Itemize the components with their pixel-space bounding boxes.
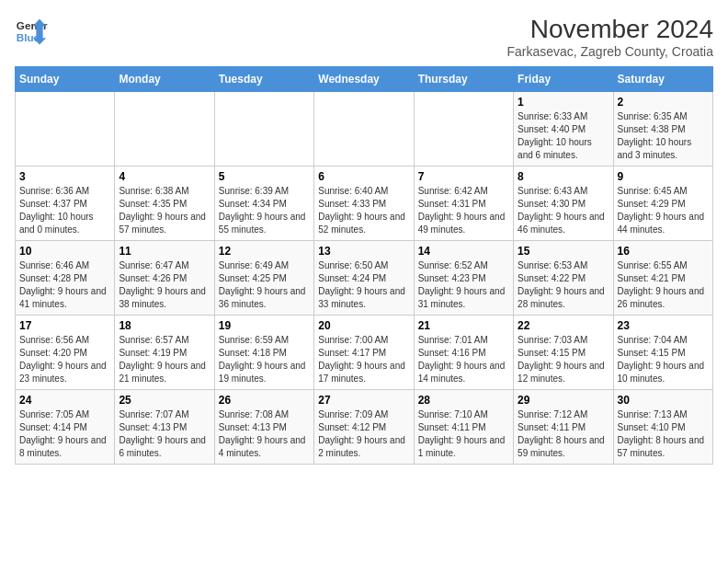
calendar-cell: 11Sunrise: 6:47 AM Sunset: 4:26 PM Dayli…: [115, 241, 214, 316]
calendar-header-row: SundayMondayTuesdayWednesdayThursdayFrid…: [16, 67, 713, 92]
day-info: Sunrise: 6:39 AM Sunset: 4:34 PM Dayligh…: [219, 185, 310, 236]
calendar-cell: 6Sunrise: 6:40 AM Sunset: 4:33 PM Daylig…: [314, 167, 414, 241]
day-number: 6: [318, 170, 409, 183]
day-info: Sunrise: 6:55 AM Sunset: 4:21 PM Dayligh…: [618, 259, 709, 311]
calendar-week-3: 17Sunrise: 6:56 AM Sunset: 4:20 PM Dayli…: [16, 316, 713, 390]
day-info: Sunrise: 6:38 AM Sunset: 4:35 PM Dayligh…: [119, 185, 210, 236]
day-number: 11: [119, 245, 210, 258]
col-header-saturday: Saturday: [613, 67, 712, 92]
day-number: 9: [618, 170, 709, 183]
day-info: Sunrise: 6:53 AM Sunset: 4:22 PM Dayligh…: [518, 259, 609, 311]
page-header: General Blue November 2024 Farkasevac, Z…: [15, 15, 713, 59]
day-info: Sunrise: 6:52 AM Sunset: 4:23 PM Dayligh…: [418, 259, 509, 311]
calendar-cell: 1Sunrise: 6:33 AM Sunset: 4:40 PM Daylig…: [514, 92, 613, 167]
calendar-cell: 2Sunrise: 6:35 AM Sunset: 4:38 PM Daylig…: [613, 92, 712, 167]
calendar-cell: [214, 92, 313, 167]
day-info: Sunrise: 7:13 AM Sunset: 4:10 PM Dayligh…: [618, 408, 709, 460]
day-info: Sunrise: 7:05 AM Sunset: 4:14 PM Dayligh…: [19, 408, 110, 460]
day-number: 4: [119, 170, 210, 183]
calendar-cell: 25Sunrise: 7:07 AM Sunset: 4:13 PM Dayli…: [115, 390, 214, 465]
calendar-cell: 10Sunrise: 6:46 AM Sunset: 4:28 PM Dayli…: [16, 241, 115, 316]
calendar-week-1: 3Sunrise: 6:36 AM Sunset: 4:37 PM Daylig…: [16, 167, 713, 241]
day-info: Sunrise: 6:43 AM Sunset: 4:30 PM Dayligh…: [518, 185, 609, 236]
col-header-monday: Monday: [115, 67, 214, 92]
title-block: November 2024 Farkasevac, Zagreb County,…: [506, 15, 713, 59]
day-number: 15: [518, 245, 609, 258]
calendar-cell: 23Sunrise: 7:04 AM Sunset: 4:15 PM Dayli…: [613, 316, 712, 390]
day-info: Sunrise: 6:59 AM Sunset: 4:18 PM Dayligh…: [219, 334, 310, 385]
col-header-thursday: Thursday: [414, 67, 513, 92]
day-number: 18: [119, 319, 210, 332]
day-info: Sunrise: 6:40 AM Sunset: 4:33 PM Dayligh…: [318, 185, 409, 236]
page-title: November 2024: [506, 15, 713, 44]
calendar-cell: [16, 92, 115, 167]
calendar-cell: 21Sunrise: 7:01 AM Sunset: 4:16 PM Dayli…: [414, 316, 513, 390]
calendar-cell: 16Sunrise: 6:55 AM Sunset: 4:21 PM Dayli…: [613, 241, 712, 316]
logo: General Blue: [15, 15, 48, 48]
calendar-cell: 30Sunrise: 7:13 AM Sunset: 4:10 PM Dayli…: [613, 390, 712, 465]
day-info: Sunrise: 6:47 AM Sunset: 4:26 PM Dayligh…: [119, 259, 210, 311]
day-info: Sunrise: 7:12 AM Sunset: 4:11 PM Dayligh…: [518, 408, 609, 460]
day-number: 2: [618, 96, 709, 109]
day-number: 7: [418, 170, 509, 183]
day-number: 1: [518, 96, 609, 109]
calendar-week-4: 24Sunrise: 7:05 AM Sunset: 4:14 PM Dayli…: [16, 390, 713, 465]
day-info: Sunrise: 7:04 AM Sunset: 4:15 PM Dayligh…: [618, 334, 709, 385]
calendar-week-2: 10Sunrise: 6:46 AM Sunset: 4:28 PM Dayli…: [16, 241, 713, 316]
day-number: 26: [219, 394, 310, 407]
day-info: Sunrise: 6:50 AM Sunset: 4:24 PM Dayligh…: [318, 259, 409, 311]
calendar-cell: [414, 92, 513, 167]
calendar-table: SundayMondayTuesdayWednesdayThursdayFrid…: [15, 66, 713, 465]
day-info: Sunrise: 7:01 AM Sunset: 4:16 PM Dayligh…: [418, 334, 509, 385]
calendar-cell: 7Sunrise: 6:42 AM Sunset: 4:31 PM Daylig…: [414, 167, 513, 241]
calendar-week-0: 1Sunrise: 6:33 AM Sunset: 4:40 PM Daylig…: [16, 92, 713, 167]
calendar-cell: [115, 92, 214, 167]
day-number: 19: [219, 319, 310, 332]
day-number: 25: [119, 394, 210, 407]
day-info: Sunrise: 6:49 AM Sunset: 4:25 PM Dayligh…: [219, 259, 310, 311]
day-info: Sunrise: 6:33 AM Sunset: 4:40 PM Dayligh…: [518, 110, 609, 162]
day-number: 14: [418, 245, 509, 258]
day-number: 3: [19, 170, 110, 183]
calendar-cell: 22Sunrise: 7:03 AM Sunset: 4:15 PM Dayli…: [514, 316, 613, 390]
day-number: 8: [518, 170, 609, 183]
calendar-cell: 19Sunrise: 6:59 AM Sunset: 4:18 PM Dayli…: [214, 316, 313, 390]
day-info: Sunrise: 6:56 AM Sunset: 4:20 PM Dayligh…: [19, 334, 110, 385]
calendar-cell: 14Sunrise: 6:52 AM Sunset: 4:23 PM Dayli…: [414, 241, 513, 316]
col-header-wednesday: Wednesday: [314, 67, 414, 92]
day-info: Sunrise: 6:45 AM Sunset: 4:29 PM Dayligh…: [618, 185, 709, 236]
page-subtitle: Farkasevac, Zagreb County, Croatia: [506, 44, 713, 59]
day-number: 28: [418, 394, 509, 407]
day-number: 24: [19, 394, 110, 407]
calendar-cell: 15Sunrise: 6:53 AM Sunset: 4:22 PM Dayli…: [514, 241, 613, 316]
calendar-cell: 4Sunrise: 6:38 AM Sunset: 4:35 PM Daylig…: [115, 167, 214, 241]
col-header-tuesday: Tuesday: [214, 67, 313, 92]
day-number: 20: [318, 319, 409, 332]
day-number: 29: [518, 394, 609, 407]
day-info: Sunrise: 7:08 AM Sunset: 4:13 PM Dayligh…: [219, 408, 310, 460]
calendar-cell: 9Sunrise: 6:45 AM Sunset: 4:29 PM Daylig…: [613, 167, 712, 241]
calendar-cell: 8Sunrise: 6:43 AM Sunset: 4:30 PM Daylig…: [514, 167, 613, 241]
calendar-cell: 17Sunrise: 6:56 AM Sunset: 4:20 PM Dayli…: [16, 316, 115, 390]
day-number: 21: [418, 319, 509, 332]
day-number: 10: [19, 245, 110, 258]
day-info: Sunrise: 7:00 AM Sunset: 4:17 PM Dayligh…: [318, 334, 409, 385]
calendar-cell: 26Sunrise: 7:08 AM Sunset: 4:13 PM Dayli…: [214, 390, 313, 465]
calendar-cell: 5Sunrise: 6:39 AM Sunset: 4:34 PM Daylig…: [214, 167, 313, 241]
day-number: 22: [518, 319, 609, 332]
day-info: Sunrise: 6:42 AM Sunset: 4:31 PM Dayligh…: [418, 185, 509, 236]
day-number: 30: [618, 394, 709, 407]
calendar-cell: 3Sunrise: 6:36 AM Sunset: 4:37 PM Daylig…: [16, 167, 115, 241]
calendar-cell: [314, 92, 414, 167]
day-number: 5: [219, 170, 310, 183]
day-number: 23: [618, 319, 709, 332]
calendar-cell: 24Sunrise: 7:05 AM Sunset: 4:14 PM Dayli…: [16, 390, 115, 465]
col-header-friday: Friday: [514, 67, 613, 92]
day-info: Sunrise: 7:07 AM Sunset: 4:13 PM Dayligh…: [119, 408, 210, 460]
logo-icon: General Blue: [15, 15, 48, 48]
day-number: 12: [219, 245, 310, 258]
day-info: Sunrise: 7:10 AM Sunset: 4:11 PM Dayligh…: [418, 408, 509, 460]
day-info: Sunrise: 6:46 AM Sunset: 4:28 PM Dayligh…: [19, 259, 110, 311]
day-number: 17: [19, 319, 110, 332]
day-info: Sunrise: 7:09 AM Sunset: 4:12 PM Dayligh…: [318, 408, 409, 460]
